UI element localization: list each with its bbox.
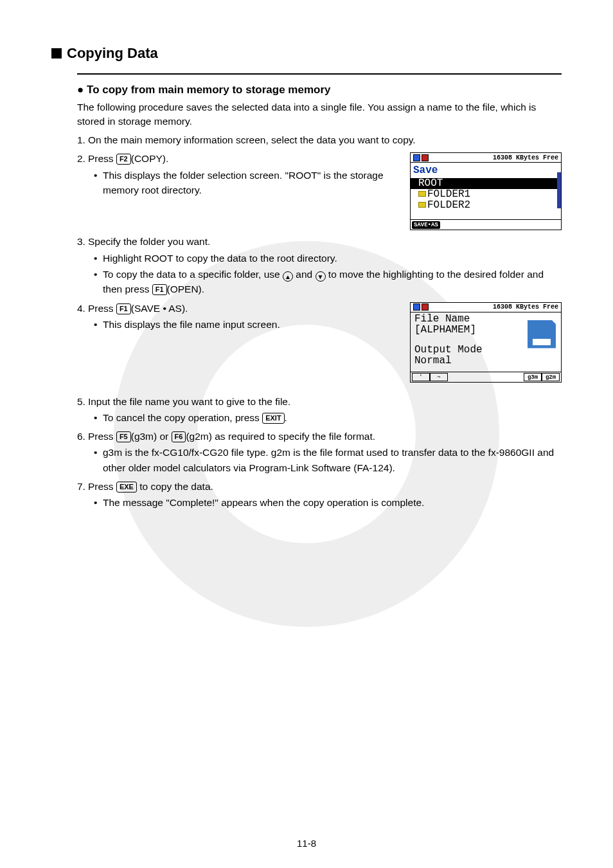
folder-icon [418,202,426,208]
step-text: On the main memory information screen, s… [88,132,562,147]
f1-key-icon: F1 [116,303,131,314]
page-number: 11-8 [0,838,613,849]
step-text: Input the file name you want to give to … [88,394,562,409]
square-bullet-icon [51,48,62,59]
screen-title: Save [411,163,561,178]
fkey-g2m: g2m [542,373,560,381]
step-2: 2. Press F2(COPY). This displays the fol… [77,151,562,230]
divider [77,73,562,75]
step-3-sub2: To copy the data to a specific folder, u… [94,267,562,297]
status-icon [413,154,420,161]
step-text: Press F2(COPY). [88,151,402,166]
step-2-sub: This displays the folder selection scree… [94,168,402,198]
intro-paragraph: The following procedure saves the select… [77,100,562,129]
step-7: 7. Press EXE to copy the data. The messa… [77,479,562,511]
status-free-space: 16308 KBytes Free [493,302,558,312]
bullet-circle-icon: ● [77,84,84,96]
step-number: 5. [77,394,85,409]
folder-root: ROOT [411,178,561,189]
step-number: 6. [77,429,85,444]
folder-2: FOLDER2 [411,200,561,211]
subheading: ● To copy from main memory to storage me… [77,84,562,96]
status-icon [422,154,429,161]
step-6-sub: g3m is the fx-CG10/fx-CG20 file type. g2… [94,445,562,475]
step-7-sub: The message "Complete!" appears when the… [94,495,562,510]
folder-1: FOLDER1 [411,189,561,200]
step-number: 2. [77,151,85,166]
f5-key-icon: F5 [116,431,131,442]
status-icon [422,303,429,311]
fkey-g3m: g3m [524,373,542,381]
step-number: 1. [77,132,85,147]
disk-icon [528,320,556,348]
up-key-icon: ▲ [283,271,293,282]
scrollbar [557,172,561,208]
step-text: Specify the folder you want. [88,234,562,249]
step-number: 4. [77,301,85,316]
step-3: 3. Specify the folder you want. Highligh… [77,234,562,296]
exe-key-icon: EXE [116,482,137,493]
status-icon [413,303,420,311]
step-number: 3. [77,234,85,249]
step-5-sub: To cancel the copy operation, press EXIT… [94,410,562,425]
status-free-space: 16308 KBytes Free [493,153,558,163]
fkey-tilde: ~ [430,373,448,381]
step-1: 1. On the main memory information screen… [77,132,562,147]
step-5: 5. Input the file name you want to give … [77,394,562,426]
step-text: Press EXE to copy the data. [88,479,562,494]
fkey-apostrophe: ' [412,373,430,381]
exit-key-icon: EXIT [262,413,284,424]
section-heading: Copying Data [51,45,562,62]
step-text: Press F5(g3m) or F6(g2m) as required to … [88,429,562,444]
calc-screen-folder-select: 16308 KBytes Free Save ROOT FOLDER1 FOLD… [410,152,562,230]
step-4-sub: This displays the file name input screen… [94,317,402,332]
f1-key-icon: F1 [152,284,167,295]
folder-icon [418,191,426,197]
output-mode-value: Normal [414,356,557,366]
fkey-save-as: SAVE•AS [412,221,440,229]
step-3-sub1: Highlight ROOT to copy the data to the r… [94,251,562,266]
f2-key-icon: F2 [116,154,131,165]
subheading-text: To copy from main memory to storage memo… [87,84,330,96]
step-6: 6. Press F5(g3m) or F6(g2m) as required … [77,429,562,475]
down-key-icon: ▼ [315,271,326,282]
step-number: 7. [77,479,85,494]
heading-text: Copying Data [67,45,158,62]
calc-screen-file-name: 16308 KBytes Free File Name [ALPHAMEM] O… [410,302,562,383]
step-4: 4. Press F1(SAVE • AS). This displays th… [77,301,562,383]
f6-key-icon: F6 [172,431,186,442]
step-text: Press F1(SAVE • AS). [88,301,402,316]
